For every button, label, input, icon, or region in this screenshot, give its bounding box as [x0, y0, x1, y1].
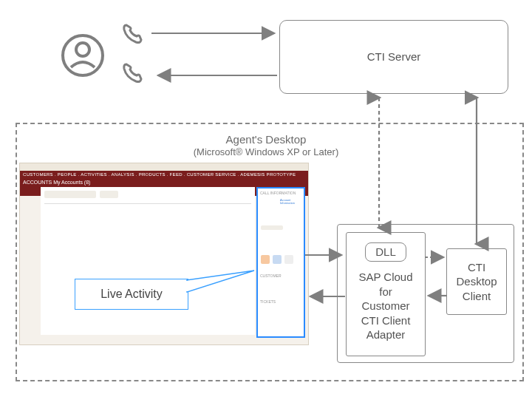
screenshot-divider: [44, 203, 251, 204]
live-activity-callout-label: Live Activity: [100, 288, 163, 301]
screenshot-titlebar: [20, 163, 308, 171]
phone-outgoing-icon: [120, 22, 146, 47]
cti-server-label: CTI Server: [367, 50, 421, 64]
phone-incoming-icon: [120, 61, 146, 86]
screenshot-main-panel: [41, 187, 255, 335]
cti-desktop-client-box: CTI Desktop Client: [446, 248, 507, 315]
panel-section-customer: CUSTOMER: [260, 274, 282, 278]
arrow-adapter-to-client-dashed: [425, 251, 449, 263]
cti-server-box: CTI Server: [279, 20, 508, 94]
dll-box: DLL: [365, 242, 406, 262]
screenshot-live-activity-panel: CALL INFORMATION Account Information CUS…: [256, 187, 305, 338]
panel-section-tickets: TICKETS: [260, 299, 276, 304]
screenshot-account-title: ACCOUNTS My Accounts (8): [23, 180, 90, 185]
arrow-user-to-cti-server: [151, 26, 281, 41]
sap-adapter-label: SAP Cloud for Customer CTI Client Adapte…: [347, 270, 425, 342]
agent-desktop-title: Agent's Desktop: [0, 133, 532, 146]
screenshot-nav: CUSTOMERS . PEOPLE . ACTIVITIES . ANALYS…: [23, 172, 296, 177]
svg-point-1: [76, 43, 89, 56]
app-screenshot: CUSTOMERS . PEOPLE . ACTIVITIES . ANALYS…: [19, 163, 309, 345]
sap-adapter-box: DLL SAP Cloud for Customer CTI Client Ad…: [346, 232, 426, 356]
arrow-client-to-adapter: [425, 290, 449, 302]
panel-icon: [284, 255, 293, 264]
panel-icon: [273, 255, 282, 264]
agent-desktop-subtitle: (Microsoft® Windows XP or Later): [0, 146, 532, 157]
live-activity-callout: Live Activity: [75, 279, 188, 310]
arrow-adapter-to-panel: [305, 290, 347, 303]
arrow-cti-server-to-user: [151, 68, 281, 83]
user-icon: [61, 33, 105, 78]
screenshot-toolbar-chip: [44, 191, 96, 198]
panel-field: [261, 225, 283, 230]
cti-desktop-client-label: CTI Desktop Client: [456, 260, 497, 304]
callout-tail: [186, 268, 260, 297]
dll-label: DLL: [375, 245, 396, 259]
arrow-adapter-cti-server-dashed: [372, 93, 386, 232]
screenshot-toolbar-chip: [100, 191, 118, 198]
panel-link: Account Information: [280, 199, 304, 206]
arrow-client-cti-server-solid: [469, 93, 484, 248]
panel-title: CALL INFORMATION: [260, 191, 296, 195]
panel-icon: [261, 255, 270, 264]
arrow-panel-to-adapter: [305, 248, 347, 262]
